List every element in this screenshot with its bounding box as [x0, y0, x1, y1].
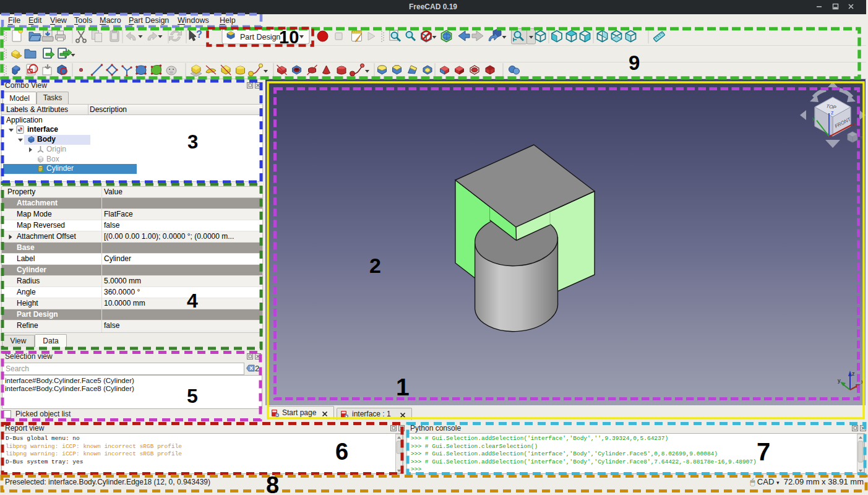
svg-text:Part Design: Part Design: [240, 33, 280, 41]
svg-text:z: z: [831, 110, 834, 116]
svg-text:y: y: [812, 116, 815, 121]
svg-text:x: x: [861, 379, 864, 385]
svg-text:?: ?: [196, 29, 202, 40]
svg-text:x: x: [853, 122, 856, 127]
svg-text:y: y: [838, 377, 841, 384]
svg-text:z: z: [852, 371, 855, 377]
